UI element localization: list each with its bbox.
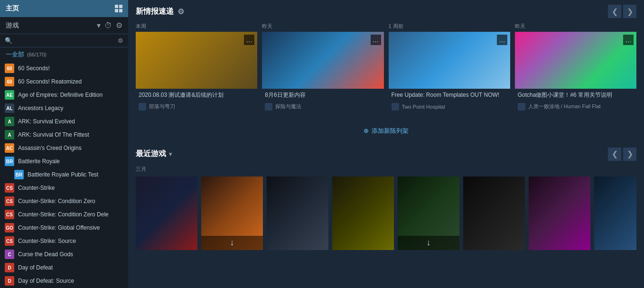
recent-prev-button[interactable]: ❮ <box>608 148 621 161</box>
sidebar-item-ark[interactable]: AARK: Survival Evolved <box>0 115 128 128</box>
news-card-wrapper-1[interactable]: 昨天…8月6日更新内容探险与魔法 <box>262 23 383 112</box>
sidebar-item-dods[interactable]: DDay of Defeat: Source <box>0 274 128 288</box>
news-card-wrapper-3[interactable]: 昨天…Gotcha做图小课堂！#6 常用关节说明人类一败涂地 / Human F… <box>515 23 636 112</box>
news-period-0: 本周 <box>136 23 257 30</box>
settings-icon[interactable]: ⚙ <box>116 21 122 30</box>
game-name-al: Ancestors Legacy <box>18 105 63 111</box>
news-source-name-1: 探险与魔法 <box>275 103 301 110</box>
game-name-aco: Assassin's Creed Origins <box>18 145 82 151</box>
recent-game-img-0 <box>136 177 197 250</box>
game-name-css: Counter-Strike: Source <box>18 238 76 244</box>
games-row-icons: ▾ ⏱ ⚙ <box>97 21 122 30</box>
sidebar-item-cscz[interactable]: CSCounter-Strike: Condition Zero <box>0 195 128 208</box>
news-source-icon-2 <box>392 103 399 111</box>
sidebar-item-aco[interactable]: ACAssassin's Creed Origins <box>0 141 128 155</box>
game-icon-cs: CS <box>5 183 14 193</box>
game-icon-brp: BR <box>14 170 24 179</box>
news-gear-icon[interactable]: ⚙ <box>177 7 184 16</box>
recent-game-card-1[interactable]: ↓ <box>201 177 263 250</box>
sidebar-item-css[interactable]: CSCounter-Strike: Source <box>0 234 128 248</box>
recent-title[interactable]: 最近游戏 ▾ <box>136 149 172 159</box>
news-overflow-btn-1[interactable]: … <box>371 35 381 45</box>
game-icon-csd: CS <box>5 210 14 219</box>
game-icon-aco: AC <box>5 143 14 153</box>
news-nav-arrows: ❮ ❯ <box>608 5 636 18</box>
game-name-cscz: Counter-Strike: Condition Zero <box>18 198 95 204</box>
news-section-header: 新情报速递 ⚙ ❮ ❯ <box>136 5 636 18</box>
sidebar-item-al[interactable]: ALAncestors Legacy <box>0 102 128 115</box>
game-name-dod: Day of Defeat <box>18 264 53 271</box>
game-icon-cscz: CS <box>5 196 14 206</box>
news-next-button[interactable]: ❯ <box>623 5 636 18</box>
news-card-img-3: … <box>515 32 636 89</box>
news-card-sub-0: 部落与弯刀 <box>136 101 257 112</box>
main-content: 新情报速递 ⚙ ❮ ❯ 本周…2020.08.03 测试邀请&后续的计划部落与弯… <box>128 0 644 288</box>
games-row: 游戏 ▾ ⏱ ⚙ <box>0 17 128 34</box>
recent-game-card-2[interactable] <box>267 177 328 250</box>
game-name-cs: Counter-Strike <box>18 185 55 191</box>
sidebar-item-dod[interactable]: DDay of Defeat <box>0 261 128 274</box>
news-period-1: 昨天 <box>262 23 383 30</box>
sidebar-header: 主页 <box>0 0 128 17</box>
recent-game-img-3 <box>332 177 394 250</box>
all-games-label: 一全部 <box>6 50 24 59</box>
game-name-curse: Curse the Dead Gods <box>18 251 73 258</box>
sidebar-item-brp[interactable]: BRBattlerite Royale Public Test <box>0 168 128 181</box>
news-card-wrapper-0[interactable]: 本周…2020.08.03 测试邀请&后续的计划部落与弯刀 <box>136 23 257 112</box>
news-card-title-3: Gotcha做图小课堂！#6 常用关节说明 <box>515 89 636 101</box>
news-overflow-btn-2[interactable]: … <box>497 35 507 45</box>
news-period-2: 1 周前 <box>389 23 510 30</box>
game-icon-br: BR <box>5 157 14 166</box>
clock-icon[interactable]: ⏱ <box>104 21 112 30</box>
news-card-wrapper-2[interactable]: 1 周前…Free Update: Room Templates OUT NOW… <box>389 23 510 112</box>
search-row: 🔍 ⚙ <box>0 34 128 47</box>
games-label: 游戏 <box>6 21 19 30</box>
recent-game-img-6 <box>529 177 590 250</box>
news-overflow-btn-0[interactable]: … <box>244 35 254 45</box>
sidebar-item-cs[interactable]: CSCounter-Strike <box>0 181 128 195</box>
sidebar-item-arkf[interactable]: AARK: Survival Of The Fittest <box>0 128 128 141</box>
sidebar-item-curse[interactable]: CCurse the Dead Gods <box>0 248 128 261</box>
news-overflow-btn-3[interactable]: … <box>623 35 634 45</box>
recent-game-card-0[interactable] <box>136 177 197 250</box>
sidebar-item-csd[interactable]: CSCounter-Strike: Condition Zero Dele <box>0 208 128 221</box>
games-list: 6060 Seconds!6060 Seconds! ReatomizedAEA… <box>0 62 128 288</box>
filter-icon[interactable]: ⚙ <box>118 37 123 44</box>
game-name-csd: Counter-Strike: Condition Zero Dele <box>18 211 109 218</box>
game-icon-al: AL <box>5 103 14 113</box>
game-icon-dods: D <box>5 276 14 286</box>
news-section-title: 新情报速递 ⚙ <box>136 7 184 17</box>
recent-chevron-icon: ▾ <box>169 151 172 158</box>
grid-view-icon[interactable] <box>115 5 122 12</box>
news-source-name-2: Two Point Hospital <box>402 104 445 110</box>
game-name-brp: Battlerite Royale Public Test <box>28 171 98 178</box>
sidebar-item-60s[interactable]: 6060 Seconds! <box>0 62 128 75</box>
recent-game-card-6[interactable] <box>529 177 590 250</box>
sidebar-item-csgo[interactable]: GOCounter-Strike: Global Offensive <box>0 221 128 234</box>
all-games-count: (66/170) <box>27 52 47 57</box>
search-input[interactable] <box>16 37 114 44</box>
game-name-dods: Day of Defeat: Source <box>18 278 74 284</box>
all-games-header[interactable]: 一全部 (66/170) <box>0 47 128 62</box>
sidebar-item-aoe[interactable]: AEAge of Empires: Definitive Edition <box>0 88 128 102</box>
recent-game-card-4[interactable]: ↓ <box>398 177 459 250</box>
recent-period: 三月 <box>136 166 636 173</box>
sidebar-item-60sr[interactable]: 6060 Seconds! Reatomized <box>0 75 128 88</box>
game-name-ark: ARK: Survival Evolved <box>18 118 75 125</box>
recent-game-card-3[interactable] <box>332 177 394 250</box>
recent-game-card-5[interactable] <box>463 177 525 250</box>
recent-next-button[interactable]: ❯ <box>623 148 636 161</box>
game-icon-60s: 60 <box>5 64 14 73</box>
sidebar: 主页 游戏 ▾ ⏱ ⚙ 🔍 ⚙ 一全部 (66/170) 6060 Second… <box>0 0 128 288</box>
sidebar-item-br[interactable]: BRBattlerite Royale <box>0 155 128 168</box>
download-overlay-4[interactable]: ↓ <box>398 236 459 250</box>
recent-game-img-5 <box>463 177 525 250</box>
add-shelf-row[interactable]: ⊕ 添加新陈列架 <box>136 122 636 140</box>
download-overlay-1[interactable]: ↓ <box>201 236 263 250</box>
recent-game-card-7[interactable] <box>594 177 636 250</box>
game-name-br: Battlerite Royale <box>18 158 60 165</box>
recent-games-grid: ↓↓ <box>136 177 636 250</box>
news-prev-button[interactable]: ❮ <box>608 5 621 18</box>
chevron-down-icon[interactable]: ▾ <box>97 21 101 30</box>
game-name-60s: 60 Seconds! <box>18 65 50 72</box>
